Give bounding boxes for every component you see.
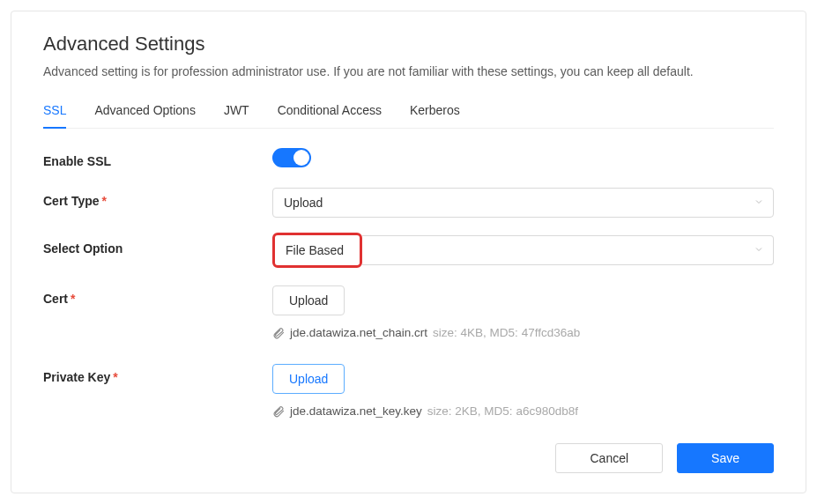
row-cert-type: Cert Type* Upload bbox=[43, 188, 774, 218]
toggle-knob bbox=[293, 150, 309, 166]
required-marker: * bbox=[113, 370, 117, 384]
required-marker: * bbox=[71, 292, 75, 306]
private-key-file-name: jde.datawiza.net_key.key bbox=[290, 404, 422, 418]
save-button[interactable]: Save bbox=[677, 443, 774, 473]
page-subtitle: Advanced setting is for profession admin… bbox=[43, 64, 774, 78]
private-key-file-info: jde.datawiza.net_key.key size: 2KB, MD5:… bbox=[272, 404, 774, 418]
upload-private-key-button[interactable]: Upload bbox=[272, 364, 345, 394]
row-select-option: Select Option File Based bbox=[43, 235, 774, 268]
cancel-button[interactable]: Cancel bbox=[555, 443, 663, 473]
advanced-settings-panel: Advanced Settings Advanced setting is fo… bbox=[11, 11, 806, 493]
page-title: Advanced Settings bbox=[43, 33, 774, 56]
cert-file-name: jde.datawiza.net_chain.crt bbox=[290, 326, 427, 339]
cert-file-meta: size: 4KB, MD5: 47ffcd36ab bbox=[433, 326, 580, 339]
label-select-option-text: Select Option bbox=[43, 241, 123, 256]
required-marker: * bbox=[102, 194, 107, 208]
private-key-file-meta: size: 2KB, MD5: a6c980db8f bbox=[427, 404, 578, 418]
row-enable-ssl: Enable SSL bbox=[43, 148, 774, 170]
select-cert-type[interactable]: Upload bbox=[272, 188, 774, 218]
label-private-key: Private Key* bbox=[43, 364, 272, 384]
tab-advanced-options[interactable]: Advanced Options bbox=[94, 103, 195, 128]
footer-actions: Cancel Save bbox=[555, 443, 774, 473]
tab-kerberos[interactable]: Kerberos bbox=[410, 103, 460, 128]
select-select-option[interactable]: File Based bbox=[272, 235, 774, 268]
label-cert: Cert* bbox=[43, 285, 272, 306]
select-select-option-value: File Based bbox=[286, 243, 344, 257]
label-enable-ssl: Enable SSL bbox=[43, 148, 272, 168]
cert-file-info: jde.datawiza.net_chain.crt size: 4KB, MD… bbox=[272, 326, 774, 339]
upload-cert-button[interactable]: Upload bbox=[272, 285, 345, 315]
row-cert: Cert* Upload jde.datawiza.net_chain.crt … bbox=[43, 285, 774, 339]
paperclip-icon bbox=[272, 327, 285, 339]
label-cert-text: Cert bbox=[43, 292, 68, 306]
label-select-option: Select Option bbox=[43, 235, 272, 256]
tab-jwt[interactable]: JWT bbox=[224, 103, 249, 128]
label-cert-type: Cert Type* bbox=[43, 188, 272, 208]
paperclip-icon bbox=[272, 405, 285, 418]
tab-conditional-access[interactable]: Conditional Access bbox=[278, 103, 382, 128]
label-private-key-text: Private Key bbox=[43, 370, 110, 384]
select-cert-type-value: Upload bbox=[284, 196, 323, 210]
toggle-enable-ssl[interactable] bbox=[272, 148, 311, 167]
row-private-key: Private Key* Upload jde.datawiza.net_key… bbox=[43, 364, 774, 418]
tab-ssl[interactable]: SSL bbox=[43, 103, 66, 128]
tabs-bar: SSL Advanced Options JWT Conditional Acc… bbox=[43, 103, 774, 129]
select-option-rest bbox=[362, 235, 774, 265]
select-option-highlight: File Based bbox=[272, 233, 362, 268]
chevron-down-icon bbox=[754, 196, 764, 210]
chevron-down-icon bbox=[754, 243, 764, 257]
label-cert-type-text: Cert Type bbox=[43, 194, 100, 208]
